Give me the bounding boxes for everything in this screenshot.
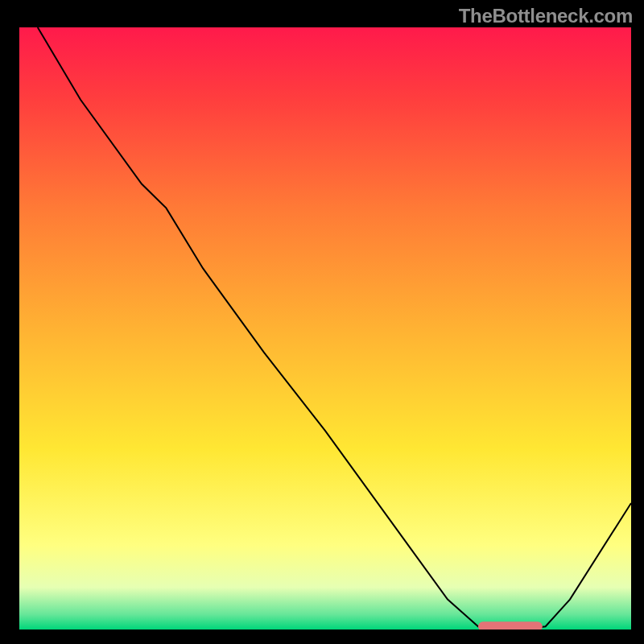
optimal-range-marker xyxy=(478,621,543,630)
chart-area xyxy=(19,27,631,630)
gradient-background xyxy=(19,27,631,630)
bottleneck-chart-svg xyxy=(19,27,631,630)
watermark-label: TheBottleneck.com xyxy=(459,5,633,27)
